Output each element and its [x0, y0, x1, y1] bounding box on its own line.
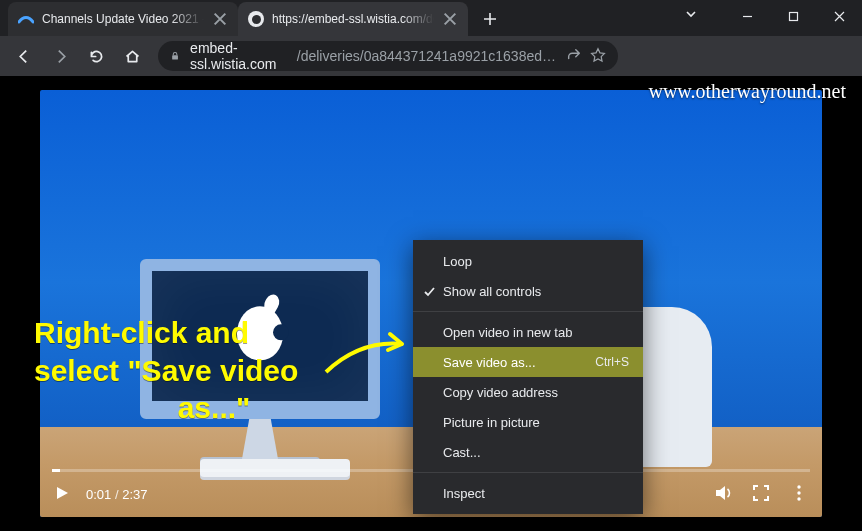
toolbar: embed-ssl.wistia.com/deliveries/0a844371… — [0, 36, 862, 76]
url-path: /deliveries/0a844371241a9921c1638ed… — [297, 48, 556, 64]
window-controls — [724, 0, 862, 32]
ctx-label: Open video in new tab — [443, 325, 572, 340]
ctx-item-copy-address[interactable]: Copy video address — [413, 377, 643, 407]
favicon-icon — [248, 11, 264, 27]
url-host: embed-ssl.wistia.com — [190, 40, 287, 72]
favicon-icon — [18, 11, 34, 27]
ctx-separator — [413, 311, 643, 312]
svg-point-4 — [797, 497, 800, 500]
context-menu: Loop Show all controls Open video in new… — [413, 240, 643, 514]
tab-inactive[interactable]: Channels Update Video 2021 - Ri — [8, 2, 238, 36]
player-menu-button[interactable] — [790, 484, 808, 505]
tab-title: https://embed-ssl.wistia.com/del — [272, 12, 434, 26]
time-display: 0:01 / 2:37 — [86, 487, 147, 502]
address-bar[interactable]: embed-ssl.wistia.com/deliveries/0a844371… — [158, 41, 618, 71]
ctx-item-cast[interactable]: Cast... — [413, 437, 643, 467]
tab-strip: Channels Update Video 2021 - Ri https://… — [0, 2, 504, 36]
play-button[interactable] — [54, 485, 70, 504]
fullscreen-button[interactable] — [752, 484, 770, 505]
watermark-text: www.otherwayround.net — [648, 80, 846, 103]
ctx-item-open-new-tab[interactable]: Open video in new tab — [413, 317, 643, 347]
lock-icon — [170, 49, 180, 63]
titlebar: Channels Update Video 2021 - Ri https://… — [0, 0, 862, 36]
bookmark-icon[interactable] — [590, 47, 606, 66]
browser-window: Channels Update Video 2021 - Ri https://… — [0, 0, 862, 531]
ctx-shortcut: Ctrl+S — [595, 355, 629, 369]
tab-title: Channels Update Video 2021 - Ri — [42, 12, 204, 26]
svg-point-2 — [797, 485, 800, 488]
ctx-label: Picture in picture — [443, 415, 540, 430]
annotation-arrow-icon — [320, 320, 420, 384]
close-icon[interactable] — [212, 11, 228, 27]
svg-point-3 — [797, 491, 800, 494]
close-button[interactable] — [816, 0, 862, 32]
page-content: www.otherwayround.net Right-click and se… — [0, 76, 862, 531]
back-button[interactable] — [8, 40, 40, 72]
home-button[interactable] — [116, 40, 148, 72]
ctx-label: Save video as... — [443, 355, 536, 370]
duration: 2:37 — [122, 487, 147, 502]
ctx-item-loop[interactable]: Loop — [413, 246, 643, 276]
new-tab-button[interactable] — [476, 5, 504, 33]
ctx-separator — [413, 472, 643, 473]
ctx-label: Inspect — [443, 486, 485, 501]
ctx-item-show-controls[interactable]: Show all controls — [413, 276, 643, 306]
ctx-label: Show all controls — [443, 284, 541, 299]
ctx-label: Loop — [443, 254, 472, 269]
maximize-button[interactable] — [770, 0, 816, 32]
ctx-item-pip[interactable]: Picture in picture — [413, 407, 643, 437]
ctx-item-inspect[interactable]: Inspect — [413, 478, 643, 508]
reload-button[interactable] — [80, 40, 112, 72]
svg-rect-1 — [172, 55, 178, 59]
current-time: 0:01 — [86, 487, 111, 502]
close-icon[interactable] — [442, 11, 458, 27]
minimize-button[interactable] — [724, 0, 770, 32]
check-icon — [422, 284, 436, 298]
tab-overflow-button[interactable] — [680, 8, 702, 20]
ctx-label: Cast... — [443, 445, 481, 460]
forward-button[interactable] — [44, 40, 76, 72]
share-icon[interactable] — [566, 47, 582, 66]
ctx-item-save-video-as[interactable]: Save video as... Ctrl+S — [413, 347, 643, 377]
svg-rect-0 — [789, 12, 797, 20]
volume-button[interactable] — [714, 484, 732, 505]
tab-active[interactable]: https://embed-ssl.wistia.com/del — [238, 2, 468, 36]
annotation-line: as..." — [34, 389, 394, 427]
ctx-label: Copy video address — [443, 385, 558, 400]
